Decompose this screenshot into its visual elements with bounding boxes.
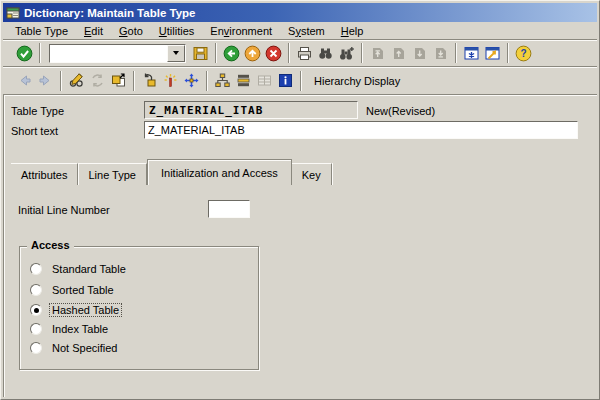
save-button[interactable] — [190, 43, 211, 64]
access-groupbox: Access Standard Table Sorted Table Hashe… — [19, 246, 259, 370]
activate-wand-icon — [162, 72, 179, 89]
menu-goto[interactable]: Goto — [111, 23, 151, 39]
separator — [288, 43, 290, 63]
menu-utilities[interactable]: Utilities — [151, 23, 202, 39]
standard-toolbar: ? — [3, 41, 597, 65]
display-change-pencil-icon — [68, 72, 86, 89]
info-button[interactable] — [275, 70, 296, 91]
menu-system[interactable]: System — [280, 23, 333, 39]
printer-icon — [296, 45, 313, 62]
radio-standard-table[interactable]: Standard Table — [30, 262, 128, 276]
chevron-down-icon — [173, 51, 179, 55]
content-left-edge — [3, 95, 5, 397]
tab-key[interactable]: Key — [292, 163, 332, 185]
toolbar-grip[interactable] — [4, 71, 11, 91]
stacked-layers-icon — [235, 72, 252, 89]
print-button[interactable] — [294, 43, 315, 64]
command-input[interactable] — [50, 45, 167, 62]
info-icon — [277, 72, 294, 89]
radio-circle-icon — [30, 323, 42, 335]
nav-back-button-disabled — [14, 70, 35, 91]
find-button[interactable] — [315, 43, 336, 64]
divider — [3, 94, 597, 96]
table-grid-icon — [256, 72, 273, 89]
where-used-button[interactable] — [139, 70, 160, 91]
hierarchy-button[interactable] — [212, 70, 233, 91]
app-icon — [6, 6, 20, 20]
create-shortcut-button[interactable] — [482, 43, 503, 64]
separator — [215, 43, 217, 63]
status-text: New(Revised) — [366, 105, 435, 117]
hierarchy-orgchart-icon — [214, 72, 231, 89]
radio-circle-icon — [30, 263, 42, 275]
last-page-icon — [432, 45, 449, 62]
radio-sorted-table[interactable]: Sorted Table — [30, 283, 116, 297]
initial-line-number-input[interactable] — [208, 200, 250, 218]
binoculars-plus-icon — [338, 45, 355, 62]
window-title: Dictionary: Maintain Table Type — [24, 7, 195, 19]
sap-window: Dictionary: Maintain Table Type Table Ty… — [0, 0, 600, 400]
next-page-icon — [411, 45, 428, 62]
svg-text:?: ? — [520, 48, 526, 59]
separator — [206, 71, 208, 91]
activate-button[interactable] — [160, 70, 181, 91]
tab-attributes[interactable]: Attributes — [11, 163, 78, 185]
previous-page-icon — [390, 45, 407, 62]
radio-hashed-table[interactable]: Hashed Table — [30, 303, 121, 317]
new-session-window-icon — [463, 45, 480, 62]
nav-forward-arrow-icon — [37, 72, 54, 89]
initial-line-number-label: Initial Line Number — [18, 204, 110, 216]
toolbar-grip[interactable] — [4, 43, 11, 63]
help-button[interactable]: ? — [513, 43, 534, 64]
command-dropdown-button[interactable] — [167, 45, 185, 62]
application-toolbar: Hierarchy Display — [3, 68, 597, 93]
last-page-button-disabled — [430, 43, 451, 64]
other-object-button[interactable] — [108, 70, 129, 91]
command-field[interactable] — [49, 44, 186, 63]
tab-line-type[interactable]: Line Type — [78, 163, 147, 185]
shortcut-window-icon — [484, 45, 501, 62]
other-object-box-icon — [110, 72, 127, 89]
refresh-button-disabled — [87, 70, 108, 91]
binoculars-icon — [317, 45, 334, 62]
cross-arrows-icon — [183, 72, 200, 89]
enter-check-icon — [16, 45, 33, 62]
access-group-title: Access — [27, 239, 74, 251]
enter-button[interactable] — [14, 43, 35, 64]
exit-up-button[interactable] — [242, 43, 263, 64]
new-session-button[interactable] — [461, 43, 482, 64]
first-page-button-disabled — [367, 43, 388, 64]
radio-index-table[interactable]: Index Table — [30, 322, 110, 336]
tab-initialization-and-access[interactable]: Initialization and Access — [147, 159, 292, 185]
up-arrow-icon — [244, 45, 261, 62]
cancel-button[interactable] — [263, 43, 284, 64]
short-text-label: Short text — [11, 125, 58, 137]
first-page-icon — [369, 45, 386, 62]
radio-circle-icon — [30, 284, 42, 296]
radio-circle-icon — [30, 342, 42, 354]
navigate-button[interactable] — [181, 70, 202, 91]
separator — [39, 43, 41, 63]
short-text-input[interactable] — [144, 121, 578, 139]
back-arrow-icon — [223, 45, 240, 62]
refresh-arrows-icon — [89, 72, 106, 89]
find-next-button[interactable] — [336, 43, 357, 64]
menu-help[interactable]: Help — [333, 23, 372, 39]
nav-forward-button-disabled — [35, 70, 56, 91]
table-type-label: Table Type — [11, 105, 64, 117]
radio-circle-icon — [30, 304, 42, 316]
radio-not-specified[interactable]: Not Specified — [30, 341, 119, 355]
separator — [455, 43, 457, 63]
menu-table-type[interactable]: Table Type — [7, 23, 76, 39]
runtime-object-button[interactable] — [233, 70, 254, 91]
menu-edit[interactable]: Edit — [76, 23, 111, 39]
menu-environment[interactable]: Environment — [202, 23, 280, 39]
cancel-x-icon — [265, 45, 282, 62]
hierarchy-display-button[interactable]: Hierarchy Display — [306, 72, 408, 90]
display-change-button[interactable] — [66, 70, 87, 91]
back-button[interactable] — [221, 43, 242, 64]
separator — [361, 43, 363, 63]
table-contents-button-disabled — [254, 70, 275, 91]
table-type-field[interactable]: Z_MATERIAL_ITAB — [144, 101, 358, 119]
nav-back-arrow-icon — [16, 72, 33, 89]
